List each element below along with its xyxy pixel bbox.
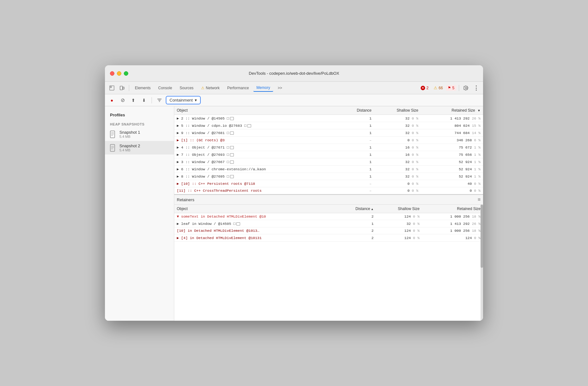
table-row-11[interactable]: [11] :: C++ CrossThreadPersistent roots–… xyxy=(174,187,483,194)
table-row-1[interactable]: ▶ 2 :: Window / @14505 □132 0 %1 413 292… xyxy=(174,115,483,122)
table-row-9[interactable]: ▶ 8 :: Window / @27695 □132 0 %52 924 1 … xyxy=(174,173,483,180)
retainer-row-2[interactable]: ▶ leaf in Window / @14505 □132 0 %1 413 … xyxy=(174,220,483,227)
distance-sort-arrow: ▲ xyxy=(371,208,374,211)
ret-cell-object-3: [10] in Detached HTMLDivElement @1013… xyxy=(174,227,336,234)
snapshot-2-info: Snapshot 2 5.4 MB xyxy=(119,143,140,152)
containment-dropdown[interactable]: Containment ▾ xyxy=(166,96,201,104)
profiles-label: Profiles xyxy=(105,110,174,120)
tab-memory[interactable]: Memory xyxy=(253,84,273,92)
ret-col-header-distance[interactable]: Distance▲ xyxy=(336,205,376,213)
window-icon xyxy=(230,153,234,156)
retainers-menu-icon[interactable]: ≡ xyxy=(478,197,481,202)
issues-icon: ⚑ xyxy=(448,86,451,90)
issues-count: 5 xyxy=(452,86,454,90)
cell-object-6: ▶ 7 :: Object / @27693 □ xyxy=(174,151,339,158)
issues-badge[interactable]: ⚑ 5 xyxy=(446,85,456,91)
cell-object-1: ▶ 2 :: Window / @14505 □ xyxy=(174,115,339,122)
table-row-10[interactable]: ▶ [10] :: C++ Persistent roots @7118–0 0… xyxy=(174,180,483,187)
cell-shallow-1: 32 0 % xyxy=(374,115,421,122)
retainer-row-3[interactable]: [10] in Detached HTMLDivElement @1013…21… xyxy=(174,227,483,234)
window-icon xyxy=(247,124,251,127)
ret-cell-distance-2: 1 xyxy=(336,220,376,227)
close-button[interactable] xyxy=(110,71,114,76)
table-row-3[interactable]: ▶ 9 :: Window / @27681 □132 0 %744 684 1… xyxy=(174,129,483,137)
col-header-shallow[interactable]: Shallow Size xyxy=(374,106,421,115)
error-badge[interactable]: ✕ 2 xyxy=(419,85,430,91)
cell-retained-10: 40 0 % xyxy=(421,180,483,187)
title-bar: DevTools - codepen.io/web-dot-dev/live/P… xyxy=(105,65,483,82)
tab-network[interactable]: ⚠ Network xyxy=(198,85,223,91)
snapshot-item-1[interactable]: Snapshot 1 5.4 MB xyxy=(105,127,174,141)
snapshot-item-2[interactable]: Snapshot 2 5.4 MB xyxy=(105,141,174,155)
content-area: Object Distance Shallow Size Retained Si… xyxy=(174,106,483,321)
tab-sources[interactable]: Sources xyxy=(176,85,197,91)
cell-retained-1: 1 413 292 26 % xyxy=(421,115,483,122)
scrollbar-thumb[interactable] xyxy=(481,205,483,268)
tab-performance[interactable]: Performance xyxy=(224,85,252,91)
cell-distance-9: 1 xyxy=(339,173,374,180)
window-icon xyxy=(230,146,234,149)
ret-cell-retained-3: 1 000 256 18 % xyxy=(422,227,483,234)
cell-distance-10: – xyxy=(339,180,374,187)
ret-cell-distance-4: 2 xyxy=(336,234,376,242)
ret-cell-distance-3: 2 xyxy=(336,227,376,234)
ret-col-header-object[interactable]: Object xyxy=(174,205,336,213)
scrollbar[interactable] xyxy=(481,205,483,321)
record-button[interactable]: ● xyxy=(107,96,116,105)
ret-cell-shallow-1: 124 0 % xyxy=(376,213,422,220)
retainer-row-1[interactable]: ▼ someText in Detached HTMLDivElement @1… xyxy=(174,213,483,220)
cell-distance-3: 1 xyxy=(339,129,374,137)
window-title: DevTools - codepen.io/web-dot-dev/live/P… xyxy=(249,71,339,76)
table-row-6[interactable]: ▶ 7 :: Object / @27693 □116 0 %75 656 1 … xyxy=(174,151,483,158)
col-header-retained[interactable]: Retained Size ▼ xyxy=(421,106,483,115)
table-row-4[interactable]: ▶ [1] :: (GC roots) @3–0 0 %346 268 6 % xyxy=(174,137,483,144)
cell-retained-2: 804 024 15 % xyxy=(421,122,483,129)
warning-badge[interactable]: ⚠ 66 xyxy=(432,85,445,91)
tab-console[interactable]: Console xyxy=(155,85,175,91)
cell-shallow-4: 0 0 % xyxy=(374,137,421,144)
clear-button[interactable]: ⊘ xyxy=(118,96,127,105)
tab-elements[interactable]: Elements xyxy=(132,85,154,91)
heap-snapshots-label: HEAP SNAPSHOTS xyxy=(105,120,174,127)
main-content: Profiles HEAP SNAPSHOTS Snapshot 1 5.4 M… xyxy=(105,106,483,321)
svg-rect-4 xyxy=(110,131,115,138)
table-row-7[interactable]: ▶ 3 :: Window / @27667 □132 0 %52 924 1 … xyxy=(174,158,483,166)
upper-table-container: Object Distance Shallow Size Retained Si… xyxy=(174,106,483,195)
take-snapshot-button[interactable]: ⬆ xyxy=(129,96,138,105)
ret-col-header-retained[interactable]: Retained Size xyxy=(422,205,483,213)
warning-count: 66 xyxy=(439,86,443,90)
cell-distance-2: 1 xyxy=(339,122,374,129)
cell-object-8: ▶ 6 :: Window / chrome-extension://a…kao… xyxy=(174,166,339,173)
table-row-5[interactable]: ▶ 4 :: Object / @27671 □116 0 %75 672 1 … xyxy=(174,144,483,151)
snapshot-1-size: 5.4 MB xyxy=(119,135,140,138)
cell-distance-1: 1 xyxy=(339,115,374,122)
main-toolbar: Elements Console Sources ⚠ Network Perfo… xyxy=(105,82,483,94)
ret-cell-retained-1: 1 000 256 18 % xyxy=(422,213,483,220)
table-row-2[interactable]: ▶ 5 :: Window / cdpn.io @27683 □132 0 %8… xyxy=(174,122,483,129)
settings-icon[interactable] xyxy=(462,84,470,92)
cell-distance-6: 1 xyxy=(339,151,374,158)
ret-cell-retained-4: 124 0 % xyxy=(422,234,483,242)
inspect-icon[interactable] xyxy=(107,84,116,92)
retainer-row-4[interactable]: ▶ [4] in Detached HTMLDivElement @101312… xyxy=(174,234,483,242)
device-toolbar-icon[interactable] xyxy=(118,84,126,92)
maximize-button[interactable] xyxy=(124,71,128,76)
tab-more[interactable]: >> xyxy=(274,85,285,91)
col-header-object[interactable]: Object xyxy=(174,106,339,115)
filter-button[interactable] xyxy=(155,96,164,105)
error-count: 2 xyxy=(426,86,429,90)
cell-retained-9: 52 924 1 % xyxy=(421,173,483,180)
table-row-8[interactable]: ▶ 6 :: Window / chrome-extension://a…kao… xyxy=(174,166,483,173)
more-options-icon[interactable]: ⋮ xyxy=(472,84,481,92)
toolbar-divider-2 xyxy=(459,85,459,91)
cell-distance-5: 1 xyxy=(339,144,374,151)
traffic-lights xyxy=(110,71,128,76)
cell-distance-4: – xyxy=(339,137,374,144)
minimize-button[interactable] xyxy=(117,71,121,76)
load-button[interactable]: ⬇ xyxy=(140,96,148,105)
ret-col-header-shallow[interactable]: Shallow Size xyxy=(376,205,422,213)
network-warning-icon: ⚠ xyxy=(201,86,205,90)
col-header-distance[interactable]: Distance xyxy=(339,106,374,115)
window-icon xyxy=(230,117,234,120)
cell-object-11: [11] :: C++ CrossThreadPersistent roots xyxy=(174,187,339,194)
